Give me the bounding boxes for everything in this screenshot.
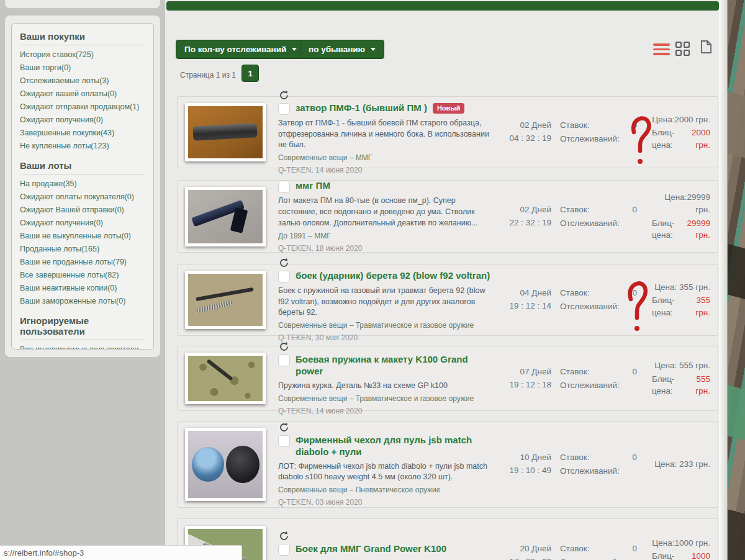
- watchers-label: Отслеживаний:: [560, 300, 620, 314]
- lot-seller-date-link[interactable]: Q-TEKEN, 30 мая 2020: [278, 333, 490, 342]
- sidebar-item-unredeemed-lots[interactable]: Ваши не выкупленные лоты(0): [20, 232, 145, 241]
- bids-label: Ставок:: [560, 203, 589, 217]
- bids-value: 0: [632, 451, 637, 464]
- divider: [20, 45, 145, 45]
- watchers-label: Отслеживаний:: [560, 132, 620, 146]
- lot-description: Лот макета ПМ на 80-тые (в основе пм_р).…: [278, 196, 490, 228]
- blitz-price-value: 555 грн.: [680, 373, 710, 397]
- blitz-price-label: Блиц-цена:: [652, 294, 680, 318]
- days-left: 02 Дней: [497, 204, 551, 217]
- sort-field-label: По кол-ву отслеживаний: [184, 45, 286, 54]
- select-checkbox[interactable]: [278, 544, 290, 556]
- lot-photo-pistol-slide[interactable]: [185, 103, 266, 161]
- sort-field-dropdown[interactable]: По кол-ву отслеживаний: [176, 40, 305, 59]
- sidebar-section-title-purchases: Ваши покупки: [20, 31, 145, 42]
- lot-title-link[interactable]: затвор ПМФ-1 (бывший ПМ ): [296, 102, 427, 114]
- lot-category-link[interactable]: Современные вещи – Травматическое и газо…: [278, 394, 490, 403]
- sidebar-item-awaiting-buyer-payment[interactable]: Ожидают оплаты покупателя(0): [20, 192, 145, 202]
- site-background-camo: [728, 0, 745, 560]
- lot-photo-spring[interactable]: [185, 353, 266, 404]
- days-left: 07 Дней: [497, 366, 551, 379]
- days-left: 10 Дней: [497, 451, 551, 464]
- sidebar-item-not-bought-lots[interactable]: Не купленные лоты(123): [20, 142, 145, 151]
- sidebar-item-completed-purchases[interactable]: Завершенные покупки(43): [20, 129, 145, 138]
- lot-category-link[interactable]: До 1991 – ММГ: [278, 232, 490, 240]
- sidebar-item-unsold-lots[interactable]: Ваши не проданные лоты(79): [20, 258, 145, 267]
- lot-stats: Ставок:0 Отслеживаний:: [560, 542, 637, 560]
- sidebar-item-bid-history[interactable]: История ставок(725): [20, 50, 145, 60]
- lot-title-link[interactable]: Боек для ММГ Grand Power K100: [296, 543, 446, 555]
- sidebar-item-inactive-copies[interactable]: Ваши неактивные копии(0): [20, 284, 145, 293]
- select-checkbox[interactable]: [278, 271, 290, 282]
- time-remaining: 20 Дней 17 : 33 : 00: [497, 543, 551, 560]
- refresh-icon[interactable]: [279, 531, 289, 541]
- lot-description: Боек с пружиной на газовый или травмат б…: [278, 286, 490, 318]
- sort-direction-dropdown[interactable]: по убыванию: [300, 40, 384, 59]
- blitz-price-label: Блиц-цена:: [652, 550, 680, 560]
- lot-price-block: Цена:29999 грн. Блиц-цена: 29999 грн.: [652, 191, 710, 241]
- lot-category-link[interactable]: Современные вещи – Травматическое и газо…: [278, 321, 490, 330]
- sidebar-item-all-completed-lots[interactable]: Все завершенные лоты(82): [20, 271, 145, 280]
- sidebar-item-frozen-lots[interactable]: Ваши замороженные лоты(0): [20, 297, 145, 306]
- refresh-icon[interactable]: [279, 90, 289, 101]
- lot-title-link[interactable]: боек (ударник) берета 92 (blow f92 voltr…: [296, 270, 490, 282]
- sidebar-item-sold-lots[interactable]: Проданные лоты(165): [20, 245, 145, 254]
- watchers-label: Отслеживаний:: [560, 379, 620, 392]
- bids-value: 0: [632, 119, 637, 132]
- select-checkbox[interactable]: [278, 355, 290, 366]
- price: Цена:29999 грн.: [652, 191, 710, 215]
- spring-shape: [197, 300, 233, 314]
- bids-value: 0: [632, 203, 637, 217]
- sidebar-item-awaiting-receipt[interactable]: Ожидают получения(0): [20, 115, 145, 125]
- lot-photo-pistol[interactable]: [185, 187, 266, 246]
- lot-seller-date-link[interactable]: Q-TEKEN, 14 июня 2020: [278, 407, 490, 415]
- lot-card-4: Боевая пружина к макету K100 Grand power…: [177, 346, 718, 411]
- time-remaining: 07 Дней 19 : 12 : 18: [497, 366, 551, 392]
- lot-title-link[interactable]: Фирменный чехол для пуль jsb match diabo…: [296, 435, 490, 458]
- lot-info: боек (ударник) берета 92 (blow f92 voltr…: [278, 258, 497, 342]
- page-1-button[interactable]: 1: [242, 65, 259, 82]
- sidebar-item-awaiting-seller-shipment[interactable]: Ожидают отправки продавцом(1): [20, 102, 145, 112]
- sidebar-item-your-auctions[interactable]: Ваши торги(0): [20, 63, 145, 73]
- price: Цена: 355 грн.: [652, 281, 710, 294]
- countdown: 22 : 32 : 19: [497, 217, 551, 230]
- document-view-icon[interactable]: [700, 40, 712, 56]
- sidebar-item-awaiting-your-payment[interactable]: Ожидают вашей оплаты(0): [20, 89, 145, 99]
- sidebar-item-watched-lots[interactable]: Отслеживаемые лоты(3): [20, 76, 145, 86]
- bids-value: 0: [632, 542, 637, 556]
- lot-category-link[interactable]: Современные вещи – Пневматическое оружие: [278, 485, 490, 494]
- grid-view-icon[interactable]: [675, 42, 690, 56]
- lot-seller-date-link[interactable]: Q-TEKEN, 18 июня 2020: [278, 244, 490, 253]
- refresh-icon[interactable]: [279, 341, 289, 352]
- sidebar-item-all-ignored-users[interactable]: Все игнорируемые пользователи: [20, 345, 145, 350]
- lot-price-block: Цена: 233 грн.: [652, 458, 710, 471]
- watchers-label: Отслеживаний:: [560, 217, 620, 230]
- lot-photo-pellet-tins[interactable]: [185, 428, 266, 501]
- lot-category-link[interactable]: Современные вещи – ММГ: [278, 153, 490, 162]
- list-view-icon[interactable]: [653, 43, 670, 55]
- lot-stats: Ставок:0 Отслеживаний:: [560, 365, 637, 392]
- countdown: 04 : 32 : 19: [497, 132, 551, 145]
- lot-card-1: затвор ПМФ-1 (бывший ПМ ) Новый Затвор о…: [177, 96, 718, 168]
- select-checkbox[interactable]: [278, 181, 290, 192]
- lot-seller-date-link[interactable]: Q-TEKEN, 14 июня 2020: [278, 166, 490, 174]
- bids-label: Ставок:: [560, 119, 589, 132]
- page-right-margin: [719, 0, 728, 560]
- refresh-icon[interactable]: [279, 422, 289, 433]
- sidebar-item-awaiting-receipt-lots[interactable]: Ожидают получения(0): [20, 219, 145, 228]
- lot-info: Фирменный чехол для пуль jsb match diabo…: [278, 422, 497, 507]
- lot-title-link[interactable]: Боевая пружина к макету K100 Grand power: [296, 354, 490, 377]
- sidebar-navigation: Ваши покупки История ставок(725) Ваши то…: [11, 23, 154, 350]
- sidebar-item-on-sale[interactable]: На продаже(35): [20, 179, 145, 189]
- lot-photo-firing-pin-spring[interactable]: [185, 271, 266, 329]
- lot-title-link[interactable]: ммг ПМ: [296, 180, 330, 192]
- price: Цена: 555 грн.: [652, 359, 710, 372]
- lot-seller-date-link[interactable]: Q-TEKEN, 03 июня 2020: [278, 498, 490, 507]
- new-badge: Новый: [433, 103, 465, 114]
- sidebar-item-awaiting-your-shipment[interactable]: Ожидают Вашей отправки(0): [20, 205, 145, 215]
- select-checkbox[interactable]: [278, 435, 290, 447]
- refresh-icon[interactable]: [279, 258, 289, 268]
- select-checkbox[interactable]: [278, 103, 290, 115]
- days-left: 20 Дней: [497, 543, 551, 556]
- countdown: 19 : 12 : 14: [497, 300, 551, 313]
